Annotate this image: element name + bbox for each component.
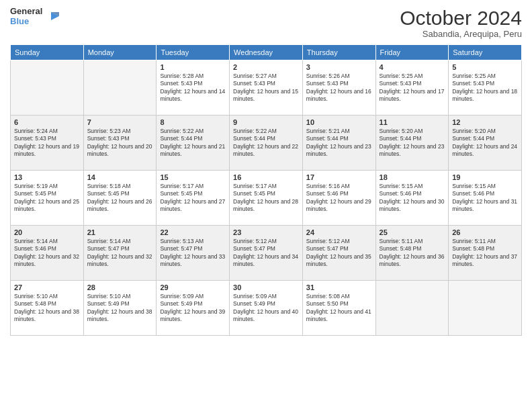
day-info: Sunrise: 5:10 AMSunset: 5:49 PMDaylight:… [87, 293, 153, 324]
day-number: 18 [380, 173, 445, 181]
calendar-week-row: 20Sunrise: 5:14 AMSunset: 5:46 PMDayligh… [11, 226, 522, 281]
table-row: 11Sunrise: 5:20 AMSunset: 5:44 PMDayligh… [375, 116, 449, 171]
day-info: Sunrise: 5:26 AMSunset: 5:43 PMDaylight:… [306, 73, 372, 103]
month-title: October 2024 [400, 7, 522, 29]
table-row: 4Sunrise: 5:25 AMSunset: 5:43 PMDaylight… [375, 60, 449, 116]
day-number: 13 [14, 173, 80, 181]
day-number: 2 [233, 63, 299, 71]
table-row: 28Sunrise: 5:10 AMSunset: 5:49 PMDayligh… [83, 281, 157, 336]
table-row [375, 281, 449, 336]
day-info: Sunrise: 5:19 AMSunset: 5:45 PMDaylight:… [14, 183, 80, 214]
day-info: Sunrise: 5:24 AMSunset: 5:43 PMDaylight:… [14, 128, 80, 158]
day-number: 16 [233, 173, 299, 181]
table-row [83, 60, 157, 116]
table-row: 22Sunrise: 5:13 AMSunset: 5:47 PMDayligh… [157, 226, 230, 281]
day-info: Sunrise: 5:17 AMSunset: 5:45 PMDaylight:… [233, 183, 299, 214]
calendar-table: Sunday Monday Tuesday Wednesday Thursday… [10, 44, 522, 336]
day-number: 5 [452, 63, 518, 71]
calendar-header-row: Sunday Monday Tuesday Wednesday Thursday… [11, 45, 522, 60]
day-number: 3 [306, 63, 372, 71]
day-number: 27 [14, 283, 80, 291]
table-row: 15Sunrise: 5:17 AMSunset: 5:45 PMDayligh… [157, 171, 230, 226]
day-number: 12 [452, 118, 518, 126]
table-row: 9Sunrise: 5:22 AMSunset: 5:44 PMDaylight… [230, 116, 303, 171]
day-info: Sunrise: 5:12 AMSunset: 5:47 PMDaylight:… [233, 238, 299, 269]
day-info: Sunrise: 5:21 AMSunset: 5:44 PMDaylight:… [306, 128, 372, 158]
day-info: Sunrise: 5:25 AMSunset: 5:43 PMDaylight:… [452, 73, 518, 103]
col-tuesday: Tuesday [157, 45, 230, 60]
col-monday: Monday [83, 45, 157, 60]
day-number: 4 [380, 63, 445, 71]
day-number: 6 [14, 118, 80, 126]
day-number: 19 [452, 173, 518, 181]
day-number: 23 [233, 228, 299, 236]
title-block: October 2024 Sabandia, Arequipa, Peru [400, 7, 522, 39]
table-row: 24Sunrise: 5:12 AMSunset: 5:47 PMDayligh… [302, 226, 375, 281]
day-number: 25 [380, 228, 445, 236]
day-number: 24 [306, 228, 372, 236]
day-number: 20 [14, 228, 80, 236]
calendar-week-row: 1Sunrise: 5:28 AMSunset: 5:43 PMDaylight… [11, 60, 522, 116]
table-row: 18Sunrise: 5:15 AMSunset: 5:46 PMDayligh… [375, 171, 449, 226]
day-number: 17 [306, 173, 372, 181]
day-info: Sunrise: 5:22 AMSunset: 5:44 PMDaylight:… [160, 128, 226, 158]
day-number: 29 [160, 283, 226, 291]
table-row: 3Sunrise: 5:26 AMSunset: 5:43 PMDaylight… [302, 60, 375, 116]
day-number: 22 [160, 228, 226, 236]
table-row: 2Sunrise: 5:27 AMSunset: 5:43 PMDaylight… [230, 60, 303, 116]
table-row: 29Sunrise: 5:09 AMSunset: 5:49 PMDayligh… [157, 281, 230, 336]
table-row: 5Sunrise: 5:25 AMSunset: 5:43 PMDaylight… [449, 60, 522, 116]
day-info: Sunrise: 5:18 AMSunset: 5:45 PMDaylight:… [87, 183, 153, 214]
day-info: Sunrise: 5:20 AMSunset: 5:44 PMDaylight:… [380, 128, 445, 158]
table-row: 27Sunrise: 5:10 AMSunset: 5:48 PMDayligh… [11, 281, 84, 336]
day-info: Sunrise: 5:23 AMSunset: 5:43 PMDaylight:… [87, 128, 153, 158]
table-row [11, 60, 84, 116]
table-row: 17Sunrise: 5:16 AMSunset: 5:46 PMDayligh… [302, 171, 375, 226]
day-number: 14 [87, 173, 153, 181]
location: Sabandia, Arequipa, Peru [400, 29, 522, 39]
day-info: Sunrise: 5:13 AMSunset: 5:47 PMDaylight:… [160, 238, 226, 269]
page: General Blue October 2024 Sabandia, Areq… [0, 0, 532, 411]
day-info: Sunrise: 5:09 AMSunset: 5:49 PMDaylight:… [233, 293, 299, 324]
day-number: 7 [87, 118, 153, 126]
calendar-week-row: 27Sunrise: 5:10 AMSunset: 5:48 PMDayligh… [11, 281, 522, 336]
table-row: 23Sunrise: 5:12 AMSunset: 5:47 PMDayligh… [230, 226, 303, 281]
col-wednesday: Wednesday [230, 45, 303, 60]
day-number: 15 [160, 173, 226, 181]
table-row: 8Sunrise: 5:22 AMSunset: 5:44 PMDaylight… [157, 116, 230, 171]
col-friday: Friday [375, 45, 449, 60]
day-number: 31 [306, 283, 372, 291]
table-row: 13Sunrise: 5:19 AMSunset: 5:45 PMDayligh… [11, 171, 84, 226]
calendar-week-row: 13Sunrise: 5:19 AMSunset: 5:45 PMDayligh… [11, 171, 522, 226]
day-info: Sunrise: 5:25 AMSunset: 5:43 PMDaylight:… [380, 73, 445, 103]
col-saturday: Saturday [449, 45, 522, 60]
day-info: Sunrise: 5:16 AMSunset: 5:46 PMDaylight:… [306, 183, 372, 214]
day-number: 1 [160, 63, 226, 71]
col-sunday: Sunday [11, 45, 84, 60]
day-info: Sunrise: 5:20 AMSunset: 5:44 PMDaylight:… [452, 128, 518, 158]
table-row: 1Sunrise: 5:28 AMSunset: 5:43 PMDaylight… [157, 60, 230, 116]
day-info: Sunrise: 5:14 AMSunset: 5:46 PMDaylight:… [14, 238, 80, 269]
day-info: Sunrise: 5:27 AMSunset: 5:43 PMDaylight:… [233, 73, 299, 103]
day-number: 28 [87, 283, 153, 291]
table-row: 25Sunrise: 5:11 AMSunset: 5:48 PMDayligh… [375, 226, 449, 281]
table-row: 10Sunrise: 5:21 AMSunset: 5:44 PMDayligh… [302, 116, 375, 171]
logo: General Blue [10, 7, 59, 27]
col-thursday: Thursday [302, 45, 375, 60]
table-row: 19Sunrise: 5:15 AMSunset: 5:46 PMDayligh… [449, 171, 522, 226]
logo-bird-icon [44, 9, 59, 24]
table-row: 14Sunrise: 5:18 AMSunset: 5:45 PMDayligh… [83, 171, 157, 226]
day-number: 26 [452, 228, 518, 236]
table-row: 6Sunrise: 5:24 AMSunset: 5:43 PMDaylight… [11, 116, 84, 171]
table-row: 16Sunrise: 5:17 AMSunset: 5:45 PMDayligh… [230, 171, 303, 226]
day-info: Sunrise: 5:12 AMSunset: 5:47 PMDaylight:… [306, 238, 372, 269]
day-info: Sunrise: 5:11 AMSunset: 5:48 PMDaylight:… [452, 238, 518, 269]
day-info: Sunrise: 5:11 AMSunset: 5:48 PMDaylight:… [380, 238, 445, 269]
day-info: Sunrise: 5:09 AMSunset: 5:49 PMDaylight:… [160, 293, 226, 324]
day-info: Sunrise: 5:22 AMSunset: 5:44 PMDaylight:… [233, 128, 299, 158]
table-row: 21Sunrise: 5:14 AMSunset: 5:47 PMDayligh… [83, 226, 157, 281]
table-row: 31Sunrise: 5:08 AMSunset: 5:50 PMDayligh… [302, 281, 375, 336]
day-number: 21 [87, 228, 153, 236]
day-number: 30 [233, 283, 299, 291]
day-info: Sunrise: 5:15 AMSunset: 5:46 PMDaylight:… [452, 183, 518, 214]
